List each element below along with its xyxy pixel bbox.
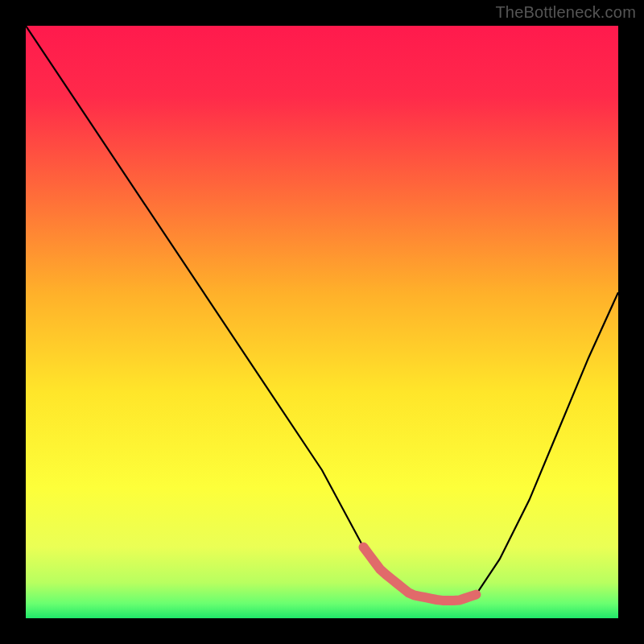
- plot-area: [26, 26, 618, 618]
- bottleneck-chart: [26, 26, 618, 618]
- gradient-background: [26, 26, 618, 618]
- watermark-text: TheBottleneck.com: [495, 3, 636, 22]
- chart-frame: [18, 18, 626, 626]
